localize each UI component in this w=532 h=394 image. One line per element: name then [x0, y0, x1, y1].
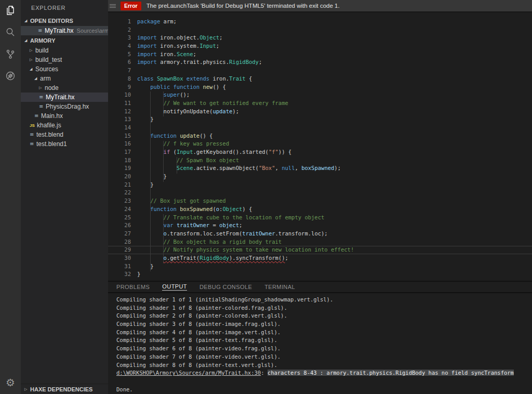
tree-item-build-test[interactable]: ▷build_test: [21, 55, 108, 64]
files-icon[interactable]: [4, 4, 17, 17]
code-line: 31 }: [108, 262, 532, 271]
line-number: 32: [108, 270, 131, 279]
line-number: 6: [108, 58, 131, 67]
code-line: 16 // f key was pressed: [108, 140, 532, 148]
line-number: 30: [108, 254, 131, 262]
haxe-dependencies-header[interactable]: ▷ HAXE DEPENDENCIES: [21, 384, 108, 394]
code-line: 13 }: [108, 115, 532, 124]
panel-tab-debug-console[interactable]: DEBUG CONSOLE: [200, 284, 252, 291]
code-line: 9 public function new() {: [108, 83, 532, 91]
code-line: 5import iron.Scene;: [108, 50, 532, 59]
project-section-header[interactable]: ◢ ARMORY: [21, 35, 108, 46]
tree-item-mytrait-hx[interactable]: ≡MyTrait.hx: [21, 93, 108, 102]
error-notification: Error The preLaunchTask 'Build for Debug…: [108, 0, 532, 12]
output-line: Compiling shader 6 of 8 (painter-video.f…: [116, 345, 532, 353]
output-line: Compiling shader 5 of 8 (painter-text.fr…: [116, 336, 532, 345]
output-line: Compiling shader 1 of 1 (initialShadingG…: [116, 296, 532, 304]
line-number: 8: [108, 75, 131, 83]
output-line: [116, 377, 532, 386]
error-badge: Error: [121, 2, 141, 10]
error-file-link[interactable]: d:\WORKSHOP\Armory\Sources/arm/MyTrait.h…: [116, 370, 261, 376]
chevron-collapsed-icon: ▷: [24, 387, 30, 391]
line-number: 21: [108, 181, 131, 189]
file-icon: ≡: [39, 95, 46, 100]
code-line: 17 if (Input.getKeyboard().started("f"))…: [108, 148, 532, 156]
output-line: d:\WORKSHOP\Armory\Sources/arm/MyTrait.h…: [116, 369, 532, 377]
line-number: 11: [108, 99, 131, 108]
line-number: 28: [108, 238, 131, 246]
code-line: 20 }: [108, 173, 532, 181]
code-line: 29 // Notify physics system to take new …: [108, 246, 532, 254]
line-number: 15: [108, 132, 131, 140]
line-number: 10: [108, 91, 131, 99]
tree-item-main-hx[interactable]: ≡Main.hx: [21, 111, 108, 121]
code-line: 30 o.getTrait(RigidBody).syncTransform()…: [108, 254, 532, 262]
output-console[interactable]: Compiling shader 1 of 1 (initialShadingG…: [108, 293, 532, 394]
search-icon[interactable]: [4, 26, 17, 38]
code-line: 4import iron.system.Input;: [108, 42, 532, 50]
line-number: 18: [108, 156, 131, 165]
line-number: 1: [108, 18, 131, 26]
code-line: 24 function boxSpawned(o:Object) {: [108, 205, 532, 214]
code-line: 3import iron.object.Object;: [108, 34, 532, 42]
tree-item-khafile-js[interactable]: JSkhafile.js: [21, 121, 108, 130]
code-line: 32}: [108, 270, 532, 279]
line-number: 19: [108, 164, 131, 173]
settings-gear-icon[interactable]: ⚙: [4, 376, 17, 389]
code-editor[interactable]: 1package arm;23import iron.object.Object…: [108, 12, 532, 281]
open-editor-item[interactable]: ≡MyTrait.hxSources\arm: [21, 26, 108, 35]
line-number: 24: [108, 205, 131, 214]
tree-item-arm[interactable]: ◢arm: [21, 74, 108, 83]
code-line: 26 var traitOwner = object;: [108, 221, 532, 230]
tree-item-node[interactable]: ▷node: [21, 83, 108, 93]
file-icon: ≡: [39, 104, 46, 109]
code-line: 22: [108, 189, 532, 197]
code-line: 27 o.transform.loc.setFrom(traitOwner.tr…: [108, 230, 532, 238]
output-line: Compiling shader 4 of 8 (painter-image.v…: [116, 329, 532, 337]
output-line: Compiling shader 8 of 8 (painter-text.ve…: [116, 361, 532, 370]
tree-item-build[interactable]: ▷build: [21, 46, 108, 55]
js-file-icon: JS: [30, 123, 37, 128]
line-number: 25: [108, 214, 131, 222]
code-line: 15 function update() {: [108, 132, 532, 140]
code-line: 28 // Box object has a rigid body trait: [108, 238, 532, 246]
line-number: 12: [108, 108, 131, 116]
line-number: 7: [108, 67, 131, 75]
file-tree: ▷build▷build_test◢Sources◢arm▷node≡MyTra…: [21, 46, 108, 384]
open-editors-header[interactable]: ◢ OPEN EDITORS: [21, 16, 108, 26]
code-line: 10 super();: [108, 91, 532, 99]
line-number: 5: [108, 50, 131, 59]
open-editors-list: ≡MyTrait.hxSources\arm: [21, 26, 108, 35]
panel-tab-terminal[interactable]: TERMINAL: [264, 284, 295, 291]
code-line: 25 // Translate cube to the location of …: [108, 214, 532, 222]
line-number: 26: [108, 221, 131, 230]
file-icon: ≡: [34, 113, 41, 119]
debug-icon[interactable]: [4, 70, 17, 82]
tree-item-sources[interactable]: ◢Sources: [21, 64, 108, 74]
file-icon: ≡: [30, 141, 36, 147]
output-line: Compiling shader 1 of 8 (painter-colored…: [116, 304, 532, 312]
source-control-icon[interactable]: [4, 48, 17, 60]
line-number: 9: [108, 83, 131, 91]
line-number: 3: [108, 34, 131, 42]
code-line: 23 // Box just got spawned: [108, 197, 532, 205]
chevron-expanded-icon: ◢: [30, 67, 35, 71]
tree-item-test-blend1[interactable]: ≡test.blend1: [21, 139, 108, 149]
chevron-collapsed-icon: ▷: [39, 86, 45, 90]
notification-message: The preLaunchTask 'Build for Debug HTML5…: [147, 3, 340, 9]
file-icon: ≡: [30, 132, 36, 137]
output-list-icon: [110, 4, 116, 8]
line-number: 13: [108, 115, 131, 124]
tree-item-test-blend[interactable]: ≡test.blend: [21, 130, 108, 139]
code-line: 11 // We want to get notified every fram…: [108, 99, 532, 108]
code-line: 6import armory.trait.physics.RigidBody;: [108, 58, 532, 67]
panel-tab-problems[interactable]: PROBLEMS: [116, 284, 150, 291]
panel-tab-output[interactable]: OUTPUT: [162, 283, 187, 291]
activity-bar: ⚙: [0, 0, 21, 394]
code-line: 12 notifyOnUpdate(update);: [108, 108, 532, 116]
output-line: Compiling shader 2 of 8 (painter-colored…: [116, 312, 532, 320]
output-line: Compiling shader 3 of 8 (painter-image.f…: [116, 320, 532, 329]
panel-tab-bar: PROBLEMSOUTPUTDEBUG CONSOLETERMINAL: [108, 282, 532, 293]
tree-item-physicsdrag-hx[interactable]: ≡PhysicsDrag.hx: [21, 102, 108, 111]
bottom-panel: PROBLEMSOUTPUTDEBUG CONSOLETERMINAL Comp…: [108, 281, 532, 394]
